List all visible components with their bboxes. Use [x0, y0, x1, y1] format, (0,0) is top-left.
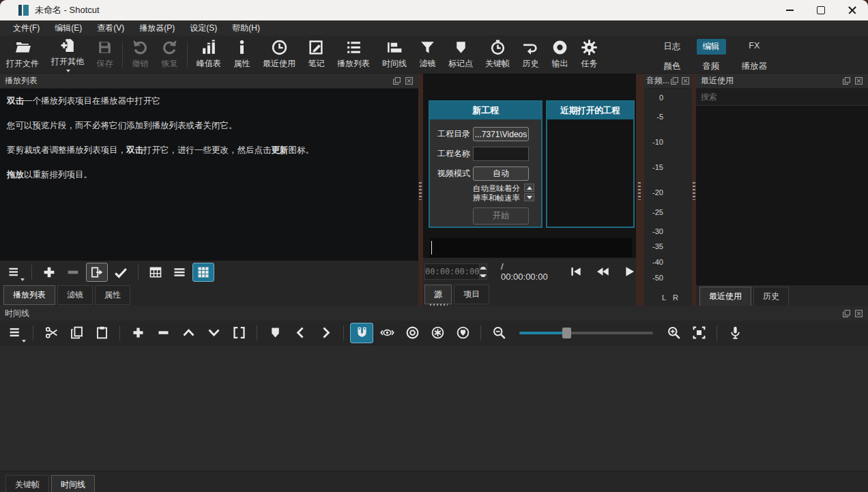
lift-button[interactable] — [177, 323, 200, 343]
ripple-delete-button[interactable] — [151, 323, 175, 343]
ripple-button[interactable] — [401, 323, 424, 343]
play-button[interactable] — [620, 263, 638, 280]
scrub-while-dragging-button[interactable] — [375, 323, 399, 343]
splitter-handle[interactable] — [419, 182, 422, 200]
view-buttons-icon[interactable] — [192, 263, 214, 282]
prev-marker-button[interactable] — [289, 323, 312, 343]
update-button[interactable] — [110, 263, 132, 282]
zoom-fit-button[interactable] — [687, 323, 710, 343]
menu-item-settings[interactable]: 设定(S) — [182, 20, 225, 36]
markers-button[interactable]: 标记点 — [442, 37, 479, 72]
tab-project[interactable]: 项目 — [454, 285, 489, 304]
slider-handle[interactable] — [562, 328, 571, 338]
tab-keyframes[interactable]: 关键帧 — [5, 475, 49, 492]
menu-item-player[interactable]: 播放器(P) — [132, 20, 182, 36]
timeline-menu-button[interactable] — [3, 323, 27, 343]
properties-button[interactable]: 属性 — [227, 37, 257, 72]
project-dir-button[interactable]: ...7371\Videos — [473, 127, 529, 141]
menu-item-edit[interactable]: 编辑(E) — [47, 20, 89, 36]
recent-button[interactable]: 最近使用 — [257, 37, 302, 72]
close-panel-icon[interactable] — [681, 76, 690, 85]
split-button[interactable] — [227, 323, 250, 343]
timecode-spinbox[interactable]: 00:00:00:00 — [424, 263, 487, 280]
save-button[interactable]: 保存 — [90, 37, 119, 72]
layout-logs-button[interactable]: 日志 — [658, 39, 687, 55]
overwrite-button[interactable] — [202, 323, 225, 343]
tab-playlist[interactable]: 播放列表 — [3, 285, 55, 305]
close-panel-icon[interactable] — [405, 76, 414, 85]
snap-button[interactable] — [350, 323, 373, 343]
project-name-input[interactable] — [473, 147, 529, 161]
float-panel-icon[interactable] — [392, 76, 401, 85]
spin-down-button[interactable] — [524, 193, 534, 201]
cut-button[interactable] — [40, 323, 63, 343]
tab-recent[interactable]: 最近使用 — [699, 287, 751, 306]
tab-history[interactable]: 历史 — [753, 287, 789, 306]
redo-button[interactable]: 恢复 — [155, 37, 184, 72]
recent-projects-list[interactable] — [547, 119, 633, 227]
timeline-tracks-area[interactable] — [0, 345, 868, 470]
history-button[interactable]: 历史 — [516, 37, 545, 72]
zoom-out-button[interactable] — [487, 323, 510, 343]
timeline-zoom-slider[interactable] — [519, 332, 653, 334]
marker-button[interactable] — [263, 323, 287, 343]
timecode-down-button[interactable] — [480, 272, 487, 279]
timecode-value[interactable]: 00:00:00:00 — [425, 264, 479, 279]
menu-item-help[interactable]: 帮助(H) — [225, 20, 267, 36]
playlist-button[interactable]: 播放列表 — [331, 37, 376, 72]
splitter-handle[interactable] — [693, 182, 695, 200]
layout-fx-button[interactable]: FX — [742, 39, 766, 55]
ripple-markers-button[interactable] — [451, 323, 474, 343]
record-audio-button[interactable] — [723, 323, 747, 343]
close-panel-icon[interactable] — [854, 309, 863, 318]
next-marker-button[interactable] — [314, 323, 337, 343]
playlist-menu-button[interactable] — [3, 263, 25, 282]
video-mode-button[interactable]: 自动 — [473, 167, 529, 181]
layout-audio-button[interactable]: 音频 — [697, 59, 726, 74]
spin-up-button[interactable] — [524, 184, 534, 192]
close-button[interactable] — [837, 0, 868, 20]
timecode-up-button[interactable] — [480, 264, 487, 272]
peak-meter-button[interactable]: 峰值表 — [190, 37, 227, 72]
open-file-button[interactable]: 打开文件 — [0, 37, 45, 72]
view-tiles-button[interactable] — [169, 263, 190, 282]
add-button[interactable] — [38, 263, 60, 282]
open-other-button[interactable]: 打开其他 — [45, 35, 90, 74]
skip-to-start-button[interactable] — [567, 263, 585, 280]
tab-filters[interactable]: 滤镜 — [57, 285, 93, 305]
layout-color-button[interactable]: 颜色 — [658, 59, 687, 74]
view-details-button[interactable] — [145, 263, 167, 282]
splitter-handle[interactable] — [638, 182, 641, 200]
float-panel-icon[interactable] — [842, 309, 851, 318]
search-input[interactable] — [696, 89, 868, 106]
tab-properties[interactable]: 属性 — [95, 285, 130, 305]
float-panel-icon[interactable] — [842, 76, 851, 85]
notes-button[interactable]: 笔记 — [302, 37, 331, 72]
menu-item-view[interactable]: 查看(V) — [89, 20, 132, 36]
keyframes-button[interactable]: 关键帧 — [479, 37, 516, 72]
open-as-clip-button[interactable] — [86, 263, 108, 282]
timeline-button[interactable]: 时间线 — [376, 37, 413, 72]
start-button[interactable]: 开始 — [473, 207, 529, 225]
minimize-button[interactable] — [774, 0, 805, 20]
rewind-button[interactable] — [594, 263, 611, 280]
append-button[interactable] — [126, 323, 149, 343]
layout-editing-button[interactable]: 编辑 — [697, 39, 726, 55]
maximize-button[interactable] — [805, 0, 837, 20]
layout-playerlayout-button[interactable]: 播放器 — [736, 59, 774, 74]
remove-button[interactable] — [62, 263, 84, 282]
float-panel-icon[interactable] — [670, 76, 679, 85]
menu-item-file[interactable]: 文件(F) — [5, 20, 47, 36]
undo-button[interactable]: 撤销 — [126, 37, 155, 72]
tab-timeline[interactable]: 时间线 — [51, 475, 95, 492]
tab-source[interactable]: 源 — [424, 285, 452, 304]
ripple-all-tracks-button[interactable] — [426, 323, 449, 343]
recent-files-list[interactable] — [696, 106, 868, 285]
export-button[interactable]: 输出 — [545, 37, 575, 72]
paste-button[interactable] — [90, 323, 113, 343]
filters-button[interactable]: 滤镜 — [413, 37, 442, 72]
zoom-in-button[interactable] — [662, 323, 685, 343]
jobs-button[interactable]: 任务 — [575, 37, 604, 72]
scrub-bar[interactable] — [430, 238, 632, 257]
copy-button[interactable] — [65, 323, 88, 343]
